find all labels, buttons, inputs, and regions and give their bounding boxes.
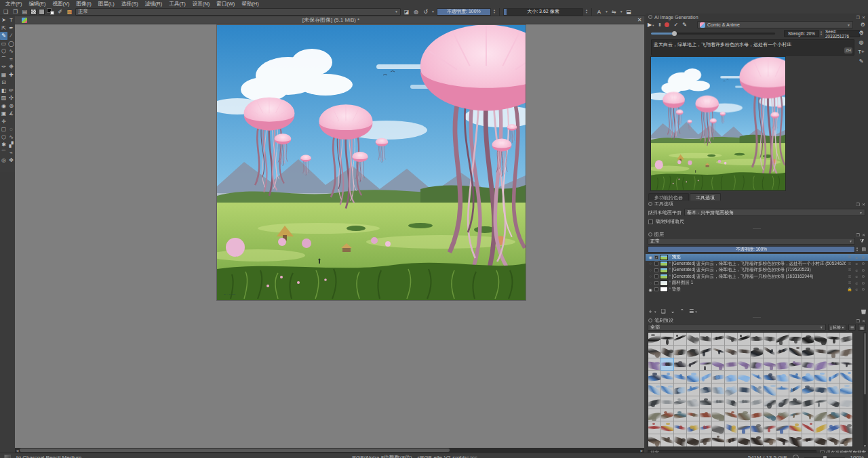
brush-preset-thumbnail[interactable] xyxy=(738,421,750,434)
float-docker-icon[interactable]: ❐ xyxy=(856,15,860,20)
layer-row[interactable]: ○º[Generated] 蓝天白云，绿草地上，飞翔着许多粉色的水母，远处有一个… xyxy=(646,261,868,268)
brush-preset-thumbnail[interactable] xyxy=(789,396,802,409)
brush-preset-thumbnail[interactable] xyxy=(776,358,789,371)
tool-edit-shapes-icon[interactable]: ⇱ xyxy=(0,24,7,33)
eraser-mode-icon[interactable]: ◪ xyxy=(403,8,410,15)
menu-图像[interactable]: 图像(I) xyxy=(73,0,95,7)
brush-preset-thumbnail[interactable] xyxy=(738,383,750,396)
brush-preset-thumbnail[interactable] xyxy=(712,346,724,358)
brush-preset-thumbnail[interactable] xyxy=(840,346,852,358)
brush-preset-thumbnail[interactable] xyxy=(751,358,763,371)
layer-checkbox[interactable]: ✓ xyxy=(654,255,658,259)
brush-preset-thumbnail[interactable] xyxy=(648,346,660,358)
brush-preset-thumbnail[interactable] xyxy=(840,333,852,345)
brush-preset-thumbnail[interactable] xyxy=(764,346,776,358)
layer-alpha-lock-icon[interactable]: α xyxy=(854,287,859,291)
layer-row[interactable]: ◉º背景🔒α⚙ xyxy=(646,287,868,293)
brush-presets-header[interactable]: 笔刷预设 ❐ ✕ xyxy=(646,317,868,324)
layer-style-icon[interactable]: ⚙ xyxy=(861,255,866,259)
new-document-icon[interactable]: ❏ xyxy=(2,8,9,15)
list-view-icon[interactable]: ☰ xyxy=(848,324,856,331)
layer-visibility-icon[interactable]: ○ xyxy=(648,274,653,278)
brush-preset-thumbnail[interactable] xyxy=(648,333,660,345)
tool-multibrush-icon[interactable]: ❉ xyxy=(7,63,15,71)
canvas-viewport[interactable]: ~ · ~ ~~ xyxy=(15,24,644,448)
brush-preset-thumbnail[interactable] xyxy=(776,396,789,409)
tool-freehand-brush-icon[interactable]: ✎ xyxy=(0,32,7,40)
tool-similar-color-select-icon[interactable]: ✱ xyxy=(0,141,7,149)
brush-preset-thumbnail[interactable] xyxy=(751,383,763,396)
layers-header[interactable]: 图层 ❐ ✕ xyxy=(646,231,868,238)
current-brush-name[interactable]: b) Charcoal Pencil Medium xyxy=(16,455,81,458)
brush-preset-thumbnail[interactable] xyxy=(776,409,789,421)
tool-polygon-icon[interactable]: ⬡ xyxy=(0,47,7,56)
brush-preset-thumbnail[interactable] xyxy=(751,371,763,383)
menu-编辑[interactable]: 编辑(E) xyxy=(26,0,50,7)
brush-preset-thumbnail[interactable] xyxy=(648,396,660,409)
brush-preset-thumbnail[interactable] xyxy=(827,421,840,434)
grid-view-icon[interactable]: ▦ xyxy=(858,324,866,331)
brush-preset-thumbnail[interactable] xyxy=(725,358,737,371)
brush-preset-thumbnail[interactable] xyxy=(802,358,814,371)
brush-preset-thumbnail[interactable] xyxy=(776,346,789,358)
close-docker-icon[interactable]: ✕ xyxy=(862,15,865,20)
brush-preset-thumbnail[interactable] xyxy=(840,409,852,421)
brush-preset-thumbnail[interactable] xyxy=(827,371,840,383)
close-icon[interactable]: ✕ xyxy=(635,17,644,23)
brush-preset-thumbnail[interactable] xyxy=(700,358,712,371)
brush-preset-thumbnail[interactable] xyxy=(725,383,737,396)
brush-preset-thumbnail[interactable] xyxy=(712,409,724,421)
layer-filter-icon[interactable]: ⧩ xyxy=(858,238,866,245)
menu-选择[interactable]: 选择(S) xyxy=(118,0,142,7)
brush-preset-thumbnail[interactable] xyxy=(802,396,814,409)
blend-mode-select[interactable]: 正常 ▼ xyxy=(75,8,401,16)
brush-preset-thumbnail[interactable] xyxy=(840,396,852,409)
layer-visibility-icon[interactable]: ◉ xyxy=(648,255,653,259)
add-layer-button[interactable]: ＋ xyxy=(648,308,653,315)
layer-blend-mode-select[interactable]: 正常 ▼ xyxy=(648,238,855,245)
tool-pan-icon[interactable]: ✥ xyxy=(7,157,15,165)
brush-preset-thumbnail[interactable] xyxy=(776,371,789,383)
tool-line-icon[interactable]: ∕ xyxy=(7,32,15,40)
brush-preset-thumbnail[interactable] xyxy=(764,409,776,421)
brush-preset-thumbnail[interactable] xyxy=(687,409,699,421)
brush-preset-thumbnail[interactable] xyxy=(840,421,852,434)
brush-preset-thumbnail[interactable] xyxy=(725,371,737,383)
layer-style-icon[interactable]: ⚙ xyxy=(861,262,866,266)
tool-zoom-icon[interactable]: ◎ xyxy=(0,157,7,165)
pattern-chooser[interactable] xyxy=(39,9,45,15)
tool-freehand-path-icon[interactable]: ≈ xyxy=(7,56,15,64)
brush-preset-thumbnail[interactable] xyxy=(661,333,673,345)
mirror-horizontal-icon[interactable]: A xyxy=(595,8,603,15)
tool-enclose-fill-icon[interactable]: ⊚ xyxy=(7,102,15,110)
reload-preset-icon[interactable]: ↺ xyxy=(422,8,429,15)
brush-preset-thumbnail[interactable] xyxy=(661,358,673,371)
brush-preset-thumbnail[interactable] xyxy=(700,333,712,345)
tags-button[interactable]: ▯ 标签 ▼ xyxy=(828,324,846,331)
brush-preset-thumbnail[interactable] xyxy=(814,383,827,396)
brush-preset-thumbnail[interactable] xyxy=(764,434,776,446)
menu-工具[interactable]: 工具(T) xyxy=(165,0,189,7)
brush-preset-thumbnail[interactable] xyxy=(802,434,814,446)
layer-properties-button[interactable]: ☰ xyxy=(689,308,694,314)
brush-preset-thumbnail[interactable] xyxy=(764,333,776,345)
tool-measure-icon[interactable]: ∡ xyxy=(7,110,15,118)
save-document-icon[interactable]: ▤ xyxy=(21,8,28,15)
translate-icon[interactable]: T+ xyxy=(858,49,865,55)
ai-settings-icon[interactable]: ⚙ xyxy=(861,22,865,28)
brush-preset-thumbnail[interactable] xyxy=(789,409,802,421)
layer-row[interactable]: ○º颜料图层 1⚿α⚙ xyxy=(646,280,868,287)
brush-preset-thumbnail[interactable] xyxy=(789,371,802,383)
tool-polyline-icon[interactable]: ∿ xyxy=(7,47,15,56)
brush-preset-thumbnail[interactable] xyxy=(827,333,840,345)
layer-row[interactable]: ○º[Generated] 蓝天白云，绿草地上，飞翔着一只粉色的水母 (1633… xyxy=(646,274,868,280)
tool-freehand-select-icon[interactable]: ∿ xyxy=(7,133,15,142)
brush-preset-thumbnail[interactable] xyxy=(776,434,789,446)
brush-preset-thumbnail[interactable] xyxy=(725,346,737,358)
layer-style-icon[interactable]: ⚙ xyxy=(861,268,866,272)
brush-preset-thumbnail[interactable] xyxy=(687,434,699,446)
layer-alpha-lock-icon[interactable]: α xyxy=(854,274,859,278)
duplicate-layer-button[interactable]: ❏ xyxy=(661,308,666,314)
brush-preset-thumbnail[interactable] xyxy=(789,421,802,434)
layer-lock-icon[interactable]: ⚿ xyxy=(847,274,852,279)
